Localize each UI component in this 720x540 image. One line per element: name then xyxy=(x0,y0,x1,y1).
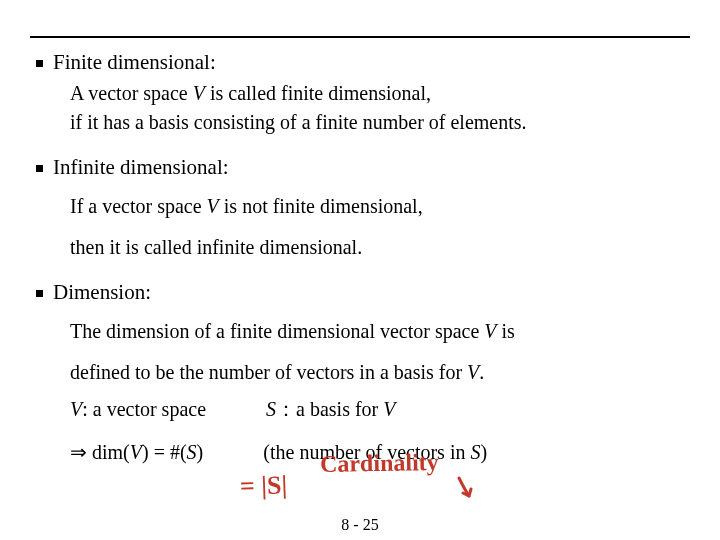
var-s: S xyxy=(470,441,480,463)
v-vector-space-label: V: a vector space xyxy=(70,395,206,424)
implies-icon: ⇒ xyxy=(70,441,92,463)
dimension-labels-row: V: a vector space S：a basis for V xyxy=(70,395,696,424)
top-rule xyxy=(30,36,690,38)
square-bullet-icon xyxy=(36,60,43,67)
text: The dimension of a finite dimensional ve… xyxy=(70,320,484,342)
finite-line2: if it has a basis consisting of a finite… xyxy=(70,108,696,137)
text: ：a basis for xyxy=(276,398,383,420)
handwriting-eq-s: = |S| xyxy=(239,470,287,502)
var-s: S xyxy=(187,441,197,463)
text: . xyxy=(479,361,484,383)
heading-infinite: Infinite dimensional: xyxy=(53,155,229,180)
text: dim( xyxy=(92,441,130,463)
infinite-line2: then it is called infinite dimensional. xyxy=(70,233,696,262)
text: A vector space xyxy=(70,82,193,104)
var-v: V xyxy=(130,441,142,463)
dimension-line1: The dimension of a finite dimensional ve… xyxy=(70,317,696,346)
page-number: 8 - 25 xyxy=(0,516,720,534)
text: defined to be the number of vectors in a… xyxy=(70,361,467,383)
finite-line1: A vector space V is called finite dimens… xyxy=(70,79,696,108)
text: ) xyxy=(197,441,204,463)
text: (the number of vectors in xyxy=(263,441,470,463)
bullet-infinite: Infinite dimensional: xyxy=(36,155,696,180)
heading-dimension: Dimension: xyxy=(53,280,151,305)
bullet-dimension: Dimension: xyxy=(36,280,696,305)
handwriting-arrow-icon xyxy=(455,476,485,505)
text: ) = #( xyxy=(142,441,187,463)
text: : a vector space xyxy=(82,398,206,420)
bullet-finite: Finite dimensional: xyxy=(36,50,696,75)
text: If a vector space xyxy=(70,195,207,217)
var-v: V xyxy=(484,320,496,342)
dim-equation: ⇒ dim(V) = #(S) xyxy=(70,438,203,467)
var-v: V xyxy=(467,361,479,383)
slide-content: Finite dimensional: A vector space V is … xyxy=(36,50,696,467)
text: is xyxy=(497,320,515,342)
var-v: V xyxy=(70,398,82,420)
var-s: S xyxy=(266,398,276,420)
var-v: V xyxy=(383,398,395,420)
text: is called finite dimensional, xyxy=(205,82,431,104)
dim-parenthetical: (the number of vectors in S) xyxy=(263,438,487,467)
s-basis-label: S：a basis for V xyxy=(266,395,395,424)
dimension-conclusion-row: ⇒ dim(V) = #(S) (the number of vectors i… xyxy=(70,438,696,467)
text: is not finite dimensional, xyxy=(219,195,423,217)
var-v: V xyxy=(193,82,205,104)
heading-finite: Finite dimensional: xyxy=(53,50,216,75)
square-bullet-icon xyxy=(36,290,43,297)
var-v: V xyxy=(207,195,219,217)
square-bullet-icon xyxy=(36,165,43,172)
dimension-line2: defined to be the number of vectors in a… xyxy=(70,358,696,387)
text: ) xyxy=(480,441,487,463)
infinite-line1: If a vector space V is not finite dimens… xyxy=(70,192,696,221)
